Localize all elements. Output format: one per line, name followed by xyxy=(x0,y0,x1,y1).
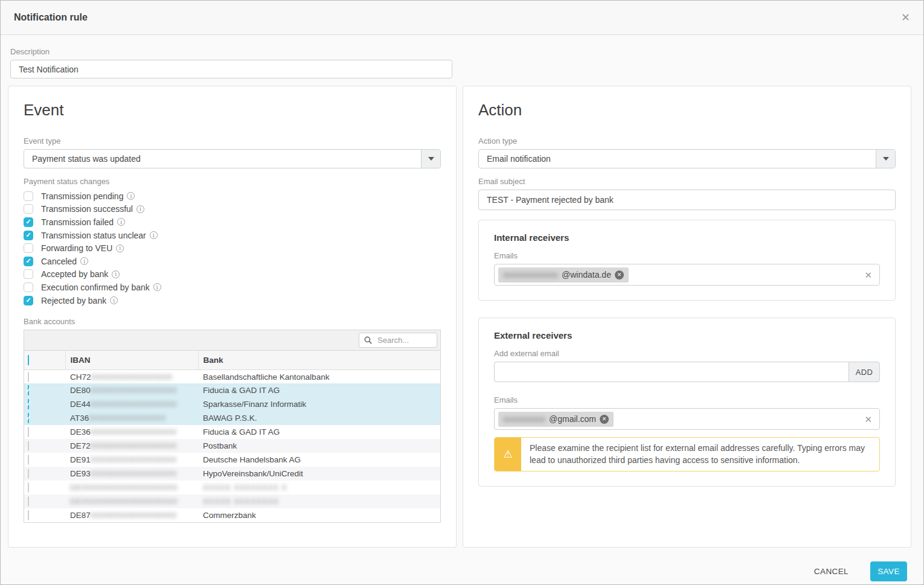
row-checkbox[interactable] xyxy=(28,482,29,493)
status-label: Forwarding to VEU xyxy=(41,243,112,253)
row-checkbox[interactable] xyxy=(28,427,29,437)
bank-account-row[interactable]: AT360000000000000000BAWAG P.S.K. xyxy=(24,411,440,425)
email-chip[interactable]: xxxxxxxxxx@gmail.com✕ xyxy=(498,412,614,427)
table-header-row: IBAN Bank xyxy=(24,351,440,369)
iban-cell: DE00000000000000000000 xyxy=(65,481,198,494)
warning-icon: ⚠ xyxy=(495,438,521,471)
row-checkbox[interactable] xyxy=(28,468,29,479)
payment-status-option[interactable]: Execution confirmed by banki xyxy=(24,281,441,294)
select-all-checkbox[interactable] xyxy=(28,355,29,365)
row-checkbox[interactable] xyxy=(28,372,29,382)
bank-account-row[interactable]: DE80000000000000000000Fiducia & GAD IT A… xyxy=(24,383,440,397)
checkbox-icon[interactable] xyxy=(24,257,33,266)
search-input[interactable] xyxy=(376,335,432,345)
email-subject-label: Email subject xyxy=(478,177,896,186)
row-checkbox-cell xyxy=(24,383,65,397)
email-subject-input[interactable] xyxy=(478,190,896,210)
iban-prefix: DE44 xyxy=(70,400,91,409)
bank-account-row[interactable]: DE93000000000000000000HypoVereinsbank/Un… xyxy=(24,467,440,481)
iban-prefix: DE80 xyxy=(70,386,91,395)
row-checkbox-cell xyxy=(24,453,65,467)
chip-remove-icon[interactable]: ✕ xyxy=(600,415,609,424)
email-chip[interactable]: xxxxxxxxxxxxx@windata.de✕ xyxy=(498,267,629,283)
bank-account-row[interactable]: DE91000000000000000000Deutsche Handelsba… xyxy=(24,453,440,467)
payment-status-option[interactable]: Forwarding to VEUi xyxy=(24,241,441,255)
bank-account-row[interactable]: DE00000000000000000000XXXXX XXXXXXXX xyxy=(24,494,440,508)
iban-cell: DE80000000000000000000 xyxy=(65,383,198,397)
warning-text: Please examine the recipient list for ex… xyxy=(521,438,879,471)
iban-cell: DE91000000000000000000 xyxy=(65,453,198,467)
chip-remove-icon[interactable]: ✕ xyxy=(615,270,624,280)
payment-status-option[interactable]: Transmission pendingi xyxy=(24,190,441,203)
search-box[interactable] xyxy=(359,333,437,348)
clear-icon[interactable]: ✕ xyxy=(864,415,872,424)
dialog-title: Notification rule xyxy=(14,12,88,23)
checkbox-icon[interactable] xyxy=(24,217,33,227)
column-header-bank[interactable]: Bank xyxy=(198,351,440,369)
add-button[interactable]: ADD xyxy=(849,362,880,382)
column-header-iban[interactable]: IBAN xyxy=(65,351,198,369)
row-checkbox[interactable] xyxy=(28,385,29,395)
bank-cell: Deutsche Handelsbank AG xyxy=(198,453,440,467)
iban-cell: CH7200000000000000000 xyxy=(65,369,198,383)
cancel-button[interactable]: CANCEL xyxy=(810,566,852,577)
info-icon: i xyxy=(136,205,144,213)
checkbox-icon[interactable] xyxy=(24,243,33,253)
row-checkbox[interactable] xyxy=(28,413,29,423)
action-type-select[interactable]: Email notification xyxy=(478,149,896,168)
payment-status-option[interactable]: Transmission status uncleari xyxy=(24,229,441,242)
payment-status-option[interactable]: Accepted by banki xyxy=(24,268,441,281)
internal-emails-label: Emails xyxy=(494,251,880,260)
row-checkbox[interactable] xyxy=(28,496,29,507)
bank-account-row[interactable]: DE72000000000000000000Postbank xyxy=(24,439,440,453)
external-emails-field[interactable]: xxxxxxxxxx@gmail.com✕ ✕ xyxy=(494,408,880,430)
bank-account-row[interactable]: CH7200000000000000000Basellandschaftlich… xyxy=(24,369,440,383)
row-checkbox[interactable] xyxy=(28,441,29,451)
checkbox-icon[interactable] xyxy=(24,296,33,305)
payment-status-option[interactable]: Rejected by banki xyxy=(24,294,441,307)
iban-masked: 000000000000000000 xyxy=(91,456,177,464)
bank-masked: XXXXX XXXXXXXX X xyxy=(203,484,287,492)
row-checkbox-cell xyxy=(24,494,65,508)
checkbox-icon[interactable] xyxy=(24,204,33,214)
notification-rule-dialog: Notification rule ✕ Description Event Ev… xyxy=(0,0,924,585)
iban-masked: 000000000000000000 xyxy=(91,511,177,520)
payment-status-option[interactable]: Canceledi xyxy=(24,255,441,268)
iban-cell: DE44000000000000000000 xyxy=(65,397,198,411)
internal-emails-field[interactable]: xxxxxxxxxxxxx@windata.de✕ ✕ xyxy=(494,264,880,286)
checkbox-icon[interactable] xyxy=(24,191,33,201)
payment-status-option[interactable]: Transmission successfuli xyxy=(24,203,441,216)
bank-account-row[interactable]: DE44000000000000000000Sparkasse/Finanz I… xyxy=(24,397,440,411)
row-checkbox[interactable] xyxy=(28,399,29,409)
checkbox-icon[interactable] xyxy=(24,283,33,292)
event-type-select[interactable]: Payment status was updated xyxy=(24,149,441,168)
bank-account-row[interactable]: DE87000000000000000000Commerzbank xyxy=(24,508,440,522)
iban-masked: 00000000000000000 xyxy=(91,373,173,382)
row-checkbox-cell xyxy=(24,481,65,494)
status-label: Execution confirmed by bank xyxy=(41,283,150,292)
description-input[interactable] xyxy=(10,60,452,78)
payment-status-option[interactable]: Transmission failedi xyxy=(24,216,441,229)
clear-icon[interactable]: ✕ xyxy=(864,270,872,280)
checkbox-icon[interactable] xyxy=(24,231,33,240)
row-checkbox-cell xyxy=(24,508,65,522)
save-button[interactable]: SAVE xyxy=(870,561,907,581)
iban-masked: 000000000000000000 xyxy=(91,400,177,409)
event-type-dropdown-button[interactable] xyxy=(421,150,440,168)
iban-cell: DE72000000000000000000 xyxy=(65,439,198,453)
event-panel-title: Event xyxy=(24,101,441,120)
add-external-email-input[interactable] xyxy=(494,362,849,382)
bank-account-row[interactable]: DE00000000000000000000XXXXX XXXXXXXX X xyxy=(24,481,440,494)
info-icon: i xyxy=(127,192,135,200)
internal-receivers-title: Internal receivers xyxy=(494,232,880,243)
event-panel: Event Event type Payment status was upda… xyxy=(8,86,457,548)
action-type-label: Action type xyxy=(478,136,896,145)
bank-account-row[interactable]: DE36000000000000000000Fiducia & GAD IT A… xyxy=(24,425,440,439)
row-checkbox[interactable] xyxy=(28,455,29,465)
row-checkbox[interactable] xyxy=(28,510,29,520)
bank-masked: XXXXX XXXXXXXX xyxy=(203,497,279,506)
close-icon[interactable]: ✕ xyxy=(901,12,910,23)
action-type-dropdown-button[interactable] xyxy=(876,150,895,168)
iban-prefix: AT36 xyxy=(70,414,89,423)
checkbox-icon[interactable] xyxy=(24,269,33,279)
